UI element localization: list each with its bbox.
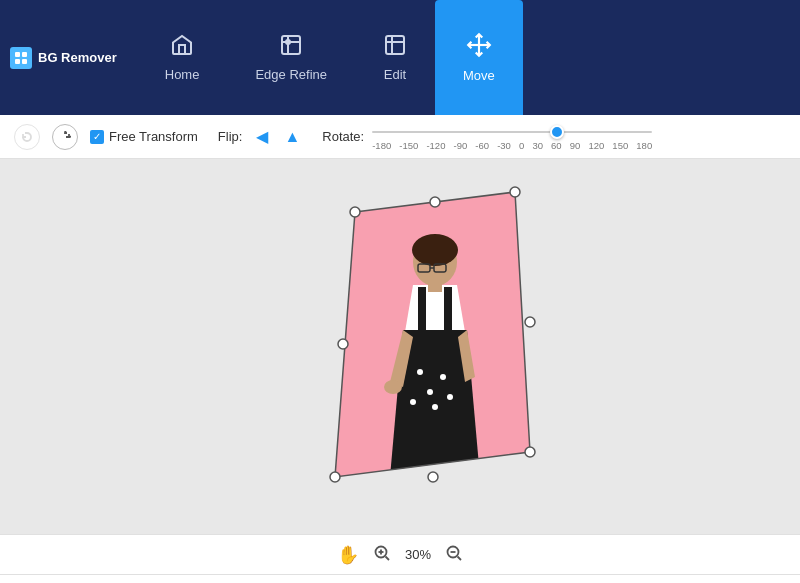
app-header: BG Remover Home Edge Refine xyxy=(0,0,800,115)
flip-vertical-button[interactable]: ▲ xyxy=(284,128,300,146)
handle-top-right[interactable] xyxy=(510,187,520,197)
svg-line-15 xyxy=(458,556,462,560)
handle-bottom-left[interactable] xyxy=(330,472,340,482)
zoom-in-icon[interactable] xyxy=(373,544,391,566)
tab-edit[interactable]: Edit xyxy=(355,0,435,115)
handle-top-left[interactable] xyxy=(350,207,360,217)
free-transform-checkbox[interactable]: ✓ xyxy=(90,130,104,144)
svg-rect-6 xyxy=(386,36,404,54)
edit-icon xyxy=(383,33,407,61)
tab-home[interactable]: Home xyxy=(137,0,228,115)
dress-dot-6 xyxy=(410,399,416,405)
dress-dot-1 xyxy=(417,369,423,375)
pan-tool-icon[interactable]: ✋ xyxy=(337,544,359,566)
tab-edit-label: Edit xyxy=(384,67,406,82)
person-strap-right xyxy=(444,287,452,332)
toolbar: ✓ Free Transform Flip: ◀ ▲ Rotate: -180 … xyxy=(0,115,800,159)
rotate-label: Rotate: xyxy=(322,129,364,144)
app-logo-icon xyxy=(10,47,32,69)
app-title: BG Remover xyxy=(38,50,117,65)
home-icon xyxy=(170,33,194,61)
svg-rect-4 xyxy=(282,36,300,54)
person-shirt xyxy=(405,285,465,332)
handle-bottom-right[interactable] xyxy=(525,447,535,457)
svg-rect-3 xyxy=(22,59,27,64)
flip-label: Flip: xyxy=(218,129,243,144)
person-strap-left xyxy=(418,287,426,332)
tab-home-label: Home xyxy=(165,67,200,82)
free-transform-label: Free Transform xyxy=(109,129,198,144)
app-logo: BG Remover xyxy=(10,47,117,69)
tab-move-label: Move xyxy=(463,68,495,83)
svg-rect-0 xyxy=(15,52,20,57)
zoom-out-icon[interactable] xyxy=(445,544,463,566)
canvas-area[interactable] xyxy=(0,159,800,534)
free-transform-toggle[interactable]: ✓ Free Transform xyxy=(90,129,198,144)
rotate-section: Rotate: -180 -150 -120 -90 -60 -30 0 30 … xyxy=(322,122,652,151)
footer: New Image Download xyxy=(0,574,800,583)
handle-bottom-center[interactable] xyxy=(428,472,438,482)
transform-canvas[interactable] xyxy=(265,182,575,532)
zoom-bar: ✋ 30% xyxy=(0,534,800,574)
tab-move[interactable]: Move xyxy=(435,0,523,115)
handle-mid-left[interactable] xyxy=(338,339,348,349)
undo-button[interactable] xyxy=(14,124,40,150)
dress-dot-2 xyxy=(427,389,433,395)
person-hand-left xyxy=(384,380,402,394)
dress-dot-4 xyxy=(432,404,438,410)
dress-dot-5 xyxy=(447,394,453,400)
dress-dot-3 xyxy=(440,374,446,380)
person-neck xyxy=(428,282,442,292)
redo-button[interactable] xyxy=(52,124,78,150)
svg-rect-1 xyxy=(22,52,27,57)
svg-rect-2 xyxy=(15,59,20,64)
handle-top-center[interactable] xyxy=(430,197,440,207)
svg-line-11 xyxy=(385,556,389,560)
handle-mid-right[interactable] xyxy=(525,317,535,327)
flip-horizontal-button[interactable]: ◀ xyxy=(256,127,268,146)
person-hair xyxy=(412,234,458,266)
rotate-slider[interactable] xyxy=(372,122,652,142)
rotate-numbers: -180 -150 -120 -90 -60 -30 0 30 60 90 12… xyxy=(372,141,652,151)
nav-tabs: Home Edge Refine Edit xyxy=(137,0,523,115)
edge-refine-icon xyxy=(279,33,303,61)
move-icon xyxy=(466,32,492,62)
rotate-track xyxy=(372,131,652,133)
tab-edge-refine-label: Edge Refine xyxy=(255,67,327,82)
tab-edge-refine[interactable]: Edge Refine xyxy=(227,0,355,115)
zoom-value: 30% xyxy=(405,547,431,562)
rotate-thumb[interactable] xyxy=(550,125,564,139)
svg-point-5 xyxy=(286,40,290,44)
